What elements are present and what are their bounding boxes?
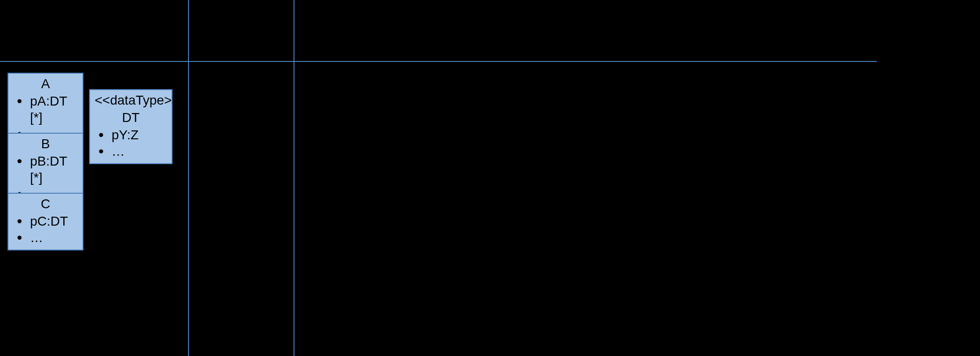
uml-attr: …	[98, 143, 167, 159]
uml-attr: pY:Z	[98, 127, 167, 143]
uml-class-title: C	[8, 196, 83, 213]
uml-class-title: A	[8, 76, 83, 93]
uml-class-title: B	[8, 136, 83, 153]
uml-datatype-DT: <<dataType>> DT pY:Z …	[89, 89, 173, 164]
grid-hline	[0, 61, 877, 62]
uml-attr-list: pC:DT …	[8, 213, 83, 246]
uml-attr: pA:DT [*]	[17, 93, 78, 126]
grid-vline-2	[294, 0, 294, 356]
uml-attr: pB:DT [*]	[17, 153, 78, 186]
uml-class-title: DT	[90, 109, 172, 127]
uml-class-C: C pC:DT …	[8, 193, 83, 250]
uml-stereotype: <<dataType>>	[90, 92, 172, 109]
uml-attr: …	[17, 229, 78, 246]
grid-vline-1	[188, 0, 189, 356]
uml-attr-list: pY:Z …	[90, 127, 172, 159]
uml-attr: pC:DT	[17, 213, 78, 229]
